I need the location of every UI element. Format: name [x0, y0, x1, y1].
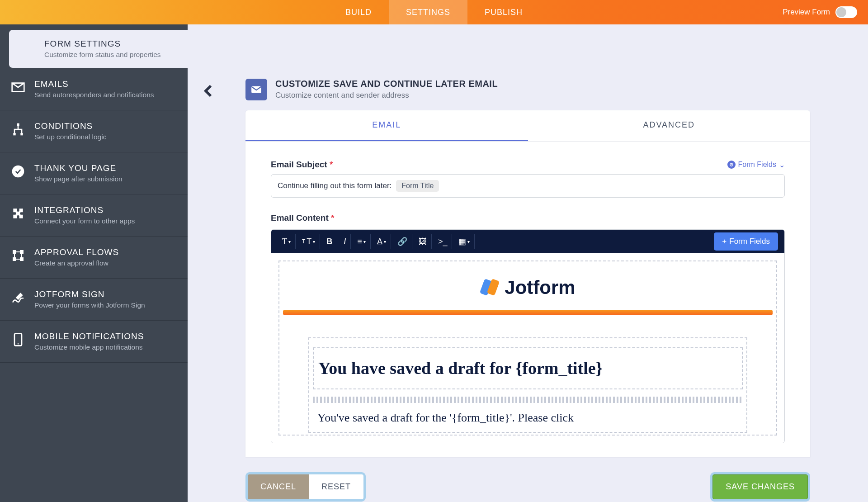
- page-header: CUSTOMIZE SAVE AND CONTINUE LATER EMAIL …: [188, 24, 868, 100]
- preview-form: Preview Form: [783, 6, 857, 18]
- code-tool[interactable]: >_: [434, 234, 453, 249]
- draft-title[interactable]: You have saved a draft for {form_title}: [318, 357, 737, 379]
- font-family-tool[interactable]: T▾: [278, 234, 296, 249]
- svg-rect-4: [13, 250, 16, 254]
- email-subject-input[interactable]: Continue filling out this form later: Fo…: [271, 174, 785, 198]
- panel: EMAIL ADVANCED Email Subject * ⚙ Form Fi…: [245, 110, 810, 457]
- save-changes-button[interactable]: SAVE CHANGES: [712, 474, 808, 499]
- sidebar-item-integrations[interactable]: INTEGRATIONS Connect your form to other …: [0, 194, 188, 237]
- chevron-down-icon: ⌄: [779, 161, 785, 169]
- cancel-button[interactable]: CANCEL: [248, 474, 309, 499]
- svg-rect-0: [17, 123, 19, 126]
- gear-small-icon: ⚙: [727, 161, 736, 169]
- sidebar-item-mobile-notifications[interactable]: MOBILE NOTIFICATIONS Customize mobile ap…: [0, 321, 188, 363]
- tab-settings[interactable]: SETTINGS: [389, 0, 467, 24]
- image-tool[interactable]: 🖼: [414, 234, 432, 249]
- svg-point-3: [12, 166, 24, 178]
- sidebar-item-label: INTEGRATIONS: [34, 205, 177, 215]
- sidebar-item-label: MOBILE NOTIFICATIONS: [34, 332, 177, 341]
- form-title-chip[interactable]: Form Title: [396, 180, 439, 192]
- tab-build[interactable]: BUILD: [328, 0, 389, 24]
- logo-area: Jotform: [281, 263, 774, 310]
- main: CUSTOMIZE SAVE AND CONTINUE LATER EMAIL …: [188, 24, 868, 502]
- sidebar-item-label: JOTFORM SIGN: [34, 289, 177, 299]
- back-button[interactable]: [201, 83, 217, 100]
- flow-icon: [11, 248, 25, 263]
- svg-point-9: [18, 343, 19, 345]
- check-circle-icon: [11, 164, 25, 179]
- panel-tabs: EMAIL ADVANCED: [245, 110, 810, 142]
- sidebar-item-approval-flows[interactable]: APPROVAL FLOWS Create an approval flow: [0, 237, 188, 279]
- divider: [313, 397, 743, 403]
- sidebar-item-sub: Customize mobile app notifications: [34, 343, 177, 351]
- page-subtitle: Customize content and sender address: [275, 91, 498, 100]
- envelope-icon: [11, 80, 25, 95]
- sidebar-item-sub: Create an approval flow: [34, 259, 177, 267]
- table-tool[interactable]: ▦▾: [454, 234, 475, 249]
- email-content-label: Email Content *: [271, 213, 785, 223]
- footer: CANCEL RESET SAVE CHANGES: [188, 457, 868, 502]
- sidebar-item-thank-you[interactable]: THANK YOU PAGE Show page after submissio…: [0, 152, 188, 194]
- text-color-tool[interactable]: A▾: [373, 234, 391, 249]
- divider-bar: [283, 310, 773, 315]
- svg-rect-2: [20, 133, 23, 135]
- sidebar-item-sub: Connect your form to other apps: [34, 217, 177, 225]
- draft-body-text[interactable]: You've saved a draft for the '{form_titl…: [313, 407, 743, 428]
- preview-form-label: Preview Form: [783, 8, 830, 17]
- email-subject-label: Email Subject *: [271, 160, 333, 170]
- svg-rect-1: [13, 133, 15, 135]
- svg-rect-5: [20, 250, 24, 254]
- sidebar-item-label: FORM SETTINGS: [44, 39, 177, 49]
- italic-tool[interactable]: I: [339, 234, 351, 249]
- sidebar-item-label: APPROVAL FLOWS: [34, 247, 177, 257]
- font-size-tool[interactable]: TT▾: [297, 234, 320, 249]
- tab-publish[interactable]: PUBLISH: [467, 0, 540, 24]
- sidebar-item-form-settings[interactable]: FORM SETTINGS Customize form status and …: [9, 30, 188, 68]
- sidebar-item-emails[interactable]: EMAILS Send autoresponders and notificat…: [0, 68, 188, 110]
- sidebar-item-label: THANK YOU PAGE: [34, 163, 177, 173]
- top-tabs: BUILD SETTINGS PUBLISH: [328, 0, 540, 24]
- svg-rect-6: [13, 257, 16, 261]
- sidebar-item-conditions[interactable]: CONDITIONS Set up conditional logic: [0, 110, 188, 152]
- tree-icon: [11, 122, 25, 137]
- jotform-logo-text: Jotform: [505, 277, 575, 298]
- bold-tool[interactable]: B: [322, 234, 337, 249]
- editor-toolbar: T▾ TT▾ B I ≡▾ A▾ 🔗 🖼 >_ ▦▾ +Form Fields: [271, 230, 784, 253]
- sidebar-item-sub: Send autoresponders and notifications: [34, 91, 177, 99]
- signature-icon: [11, 290, 25, 305]
- topbar: BUILD SETTINGS PUBLISH Preview Form: [0, 0, 868, 24]
- jotform-logo-icon: [480, 279, 498, 297]
- sidebar-item-label: CONDITIONS: [34, 121, 177, 131]
- form-fields-dropdown[interactable]: ⚙ Form Fields ⌄: [727, 161, 785, 169]
- cancel-reset-group: CANCEL RESET: [245, 472, 366, 502]
- mobile-icon: [11, 332, 25, 347]
- svg-rect-7: [20, 257, 24, 261]
- envelope-icon: [245, 79, 267, 100]
- align-tool[interactable]: ≡▾: [353, 234, 371, 249]
- sidebar-item-sub: Show page after submission: [34, 175, 177, 183]
- page-title: CUSTOMIZE SAVE AND CONTINUE LATER EMAIL: [275, 79, 498, 89]
- sidebar-item-sub: Power your forms with Jotform Sign: [34, 301, 177, 309]
- gear-icon: [21, 40, 35, 54]
- puzzle-icon: [11, 206, 25, 221]
- sidebar: FORM SETTINGS Customize form status and …: [0, 24, 188, 502]
- sidebar-item-jotform-sign[interactable]: JOTFORM SIGN Power your forms with Jotfo…: [0, 279, 188, 321]
- sidebar-item-sub: Customize form status and properties: [44, 51, 177, 59]
- email-content-editor: T▾ TT▾ B I ≡▾ A▾ 🔗 🖼 >_ ▦▾ +Form Fields: [271, 229, 785, 443]
- editor-body[interactable]: Jotform You have saved a draft for {form…: [271, 253, 784, 443]
- tab-advanced[interactable]: ADVANCED: [528, 110, 811, 141]
- tab-email[interactable]: EMAIL: [245, 110, 528, 141]
- preview-toggle[interactable]: [835, 6, 857, 18]
- link-tool[interactable]: 🔗: [393, 234, 412, 249]
- sidebar-item-sub: Set up conditional logic: [34, 133, 177, 141]
- reset-button[interactable]: RESET: [309, 474, 363, 499]
- form-fields-button[interactable]: +Form Fields: [714, 232, 778, 251]
- sidebar-item-label: EMAILS: [34, 79, 177, 89]
